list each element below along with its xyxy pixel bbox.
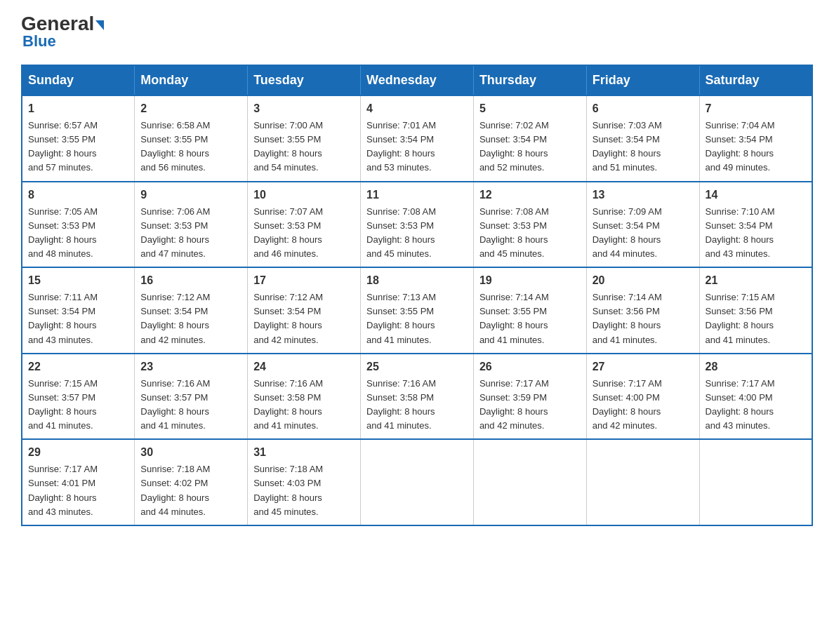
calendar-cell: 27 Sunrise: 7:17 AMSunset: 4:00 PMDaylig… xyxy=(586,354,699,440)
day-number: 12 xyxy=(479,187,581,203)
calendar-cell: 30 Sunrise: 7:18 AMSunset: 4:02 PMDaylig… xyxy=(135,439,248,525)
day-number: 4 xyxy=(366,100,468,117)
day-number: 17 xyxy=(253,272,355,289)
calendar-cell: 5 Sunrise: 7:02 AMSunset: 3:54 PMDayligh… xyxy=(473,95,586,182)
day-number: 16 xyxy=(140,272,241,289)
calendar-cell xyxy=(586,439,699,525)
calendar-cell: 9 Sunrise: 7:06 AMSunset: 3:53 PMDayligh… xyxy=(135,182,248,268)
calendar-cell: 28 Sunrise: 7:17 AMSunset: 4:00 PMDaylig… xyxy=(699,354,812,440)
calendar-cell: 25 Sunrise: 7:16 AMSunset: 3:58 PMDaylig… xyxy=(361,354,474,440)
day-info: Sunrise: 7:02 AMSunset: 3:54 PMDaylight:… xyxy=(479,120,549,173)
day-number: 26 xyxy=(479,358,581,375)
day-info: Sunrise: 7:03 AMSunset: 3:54 PMDaylight:… xyxy=(593,120,662,173)
day-info: Sunrise: 7:17 AMSunset: 4:01 PMDaylight:… xyxy=(28,464,98,516)
col-header-sunday: Sunday xyxy=(22,65,135,95)
calendar-cell: 3 Sunrise: 7:00 AMSunset: 3:55 PMDayligh… xyxy=(248,95,361,182)
calendar-cell: 14 Sunrise: 7:10 AMSunset: 3:54 PMDaylig… xyxy=(699,182,812,268)
calendar-cell: 16 Sunrise: 7:12 AMSunset: 3:54 PMDaylig… xyxy=(135,267,248,354)
day-info: Sunrise: 7:13 AMSunset: 3:55 PMDaylight:… xyxy=(366,292,436,344)
day-number: 1 xyxy=(28,100,128,117)
calendar-cell: 4 Sunrise: 7:01 AMSunset: 3:54 PMDayligh… xyxy=(361,95,474,182)
day-number: 31 xyxy=(253,444,355,461)
day-number: 14 xyxy=(706,187,806,203)
day-number: 11 xyxy=(366,187,468,203)
calendar-cell: 29 Sunrise: 7:17 AMSunset: 4:01 PMDaylig… xyxy=(22,439,135,525)
day-number: 23 xyxy=(140,358,241,375)
calendar-cell xyxy=(361,439,474,525)
day-number: 6 xyxy=(593,100,694,117)
day-info: Sunrise: 7:05 AMSunset: 3:53 PMDaylight:… xyxy=(28,206,98,259)
day-number: 19 xyxy=(479,272,581,289)
day-number: 10 xyxy=(253,187,355,203)
day-number: 15 xyxy=(28,272,128,289)
calendar-cell: 17 Sunrise: 7:12 AMSunset: 3:54 PMDaylig… xyxy=(248,267,361,354)
day-info: Sunrise: 6:57 AMSunset: 3:55 PMDaylight:… xyxy=(28,120,98,173)
calendar-cell: 21 Sunrise: 7:15 AMSunset: 3:56 PMDaylig… xyxy=(699,267,812,354)
day-info: Sunrise: 7:15 AMSunset: 3:57 PMDaylight:… xyxy=(28,378,98,431)
day-info: Sunrise: 6:58 AMSunset: 3:55 PMDaylight:… xyxy=(140,120,210,173)
day-number: 7 xyxy=(706,100,806,117)
calendar-cell: 7 Sunrise: 7:04 AMSunset: 3:54 PMDayligh… xyxy=(699,95,812,182)
day-info: Sunrise: 7:14 AMSunset: 3:55 PMDaylight:… xyxy=(479,292,549,344)
calendar-cell: 8 Sunrise: 7:05 AMSunset: 3:53 PMDayligh… xyxy=(22,182,135,268)
day-info: Sunrise: 7:16 AMSunset: 3:58 PMDaylight:… xyxy=(253,378,323,431)
day-info: Sunrise: 7:10 AMSunset: 3:54 PMDaylight:… xyxy=(706,206,775,259)
calendar-cell: 26 Sunrise: 7:17 AMSunset: 3:59 PMDaylig… xyxy=(473,354,586,440)
calendar-week-row: 8 Sunrise: 7:05 AMSunset: 3:53 PMDayligh… xyxy=(22,182,812,268)
calendar-table: SundayMondayTuesdayWednesdayThursdayFrid… xyxy=(21,65,813,526)
day-info: Sunrise: 7:01 AMSunset: 3:54 PMDaylight:… xyxy=(366,120,436,173)
day-number: 24 xyxy=(253,358,355,375)
day-number: 25 xyxy=(366,358,468,375)
calendar-cell xyxy=(473,439,586,525)
day-number: 29 xyxy=(28,444,128,461)
calendar-cell: 6 Sunrise: 7:03 AMSunset: 3:54 PMDayligh… xyxy=(586,95,699,182)
col-header-saturday: Saturday xyxy=(699,65,812,95)
logo-general-text: General xyxy=(21,14,104,34)
calendar-cell: 13 Sunrise: 7:09 AMSunset: 3:54 PMDaylig… xyxy=(586,182,699,268)
day-number: 27 xyxy=(593,358,694,375)
day-number: 5 xyxy=(479,100,581,117)
calendar-cell: 11 Sunrise: 7:08 AMSunset: 3:53 PMDaylig… xyxy=(361,182,474,268)
day-info: Sunrise: 7:18 AMSunset: 4:03 PMDaylight:… xyxy=(253,464,323,516)
day-info: Sunrise: 7:18 AMSunset: 4:02 PMDaylight:… xyxy=(140,464,210,516)
day-number: 28 xyxy=(706,358,806,375)
day-info: Sunrise: 7:16 AMSunset: 3:58 PMDaylight:… xyxy=(366,378,436,431)
day-number: 22 xyxy=(28,358,128,375)
day-info: Sunrise: 7:08 AMSunset: 3:53 PMDaylight:… xyxy=(479,206,549,259)
day-number: 13 xyxy=(593,187,694,203)
calendar-cell: 2 Sunrise: 6:58 AMSunset: 3:55 PMDayligh… xyxy=(135,95,248,182)
col-header-monday: Monday xyxy=(135,65,248,95)
calendar-cell: 22 Sunrise: 7:15 AMSunset: 3:57 PMDaylig… xyxy=(22,354,135,440)
col-header-friday: Friday xyxy=(586,65,699,95)
page-header: General Blue xyxy=(21,14,813,51)
calendar-cell xyxy=(699,439,812,525)
logo-arrow-icon xyxy=(95,20,104,30)
calendar-cell: 20 Sunrise: 7:14 AMSunset: 3:56 PMDaylig… xyxy=(586,267,699,354)
day-info: Sunrise: 7:17 AMSunset: 3:59 PMDaylight:… xyxy=(479,378,549,431)
day-number: 21 xyxy=(706,272,806,289)
day-info: Sunrise: 7:12 AMSunset: 3:54 PMDaylight:… xyxy=(140,292,210,344)
calendar-cell: 24 Sunrise: 7:16 AMSunset: 3:58 PMDaylig… xyxy=(248,354,361,440)
day-number: 8 xyxy=(28,187,128,203)
col-header-thursday: Thursday xyxy=(473,65,586,95)
calendar-cell: 10 Sunrise: 7:07 AMSunset: 3:53 PMDaylig… xyxy=(248,182,361,268)
calendar-cell: 18 Sunrise: 7:13 AMSunset: 3:55 PMDaylig… xyxy=(361,267,474,354)
day-info: Sunrise: 7:11 AMSunset: 3:54 PMDaylight:… xyxy=(28,292,98,344)
day-number: 20 xyxy=(593,272,694,289)
day-info: Sunrise: 7:07 AMSunset: 3:53 PMDaylight:… xyxy=(253,206,323,259)
day-number: 9 xyxy=(140,187,241,203)
day-info: Sunrise: 7:06 AMSunset: 3:53 PMDaylight:… xyxy=(140,206,210,259)
logo-blue-text: Blue xyxy=(22,32,56,51)
day-number: 30 xyxy=(140,444,241,461)
col-header-wednesday: Wednesday xyxy=(361,65,474,95)
col-header-tuesday: Tuesday xyxy=(248,65,361,95)
calendar-header-row: SundayMondayTuesdayWednesdayThursdayFrid… xyxy=(22,65,812,95)
day-info: Sunrise: 7:17 AMSunset: 4:00 PMDaylight:… xyxy=(706,378,775,431)
calendar-week-row: 15 Sunrise: 7:11 AMSunset: 3:54 PMDaylig… xyxy=(22,267,812,354)
day-info: Sunrise: 7:15 AMSunset: 3:56 PMDaylight:… xyxy=(706,292,775,344)
calendar-cell: 31 Sunrise: 7:18 AMSunset: 4:03 PMDaylig… xyxy=(248,439,361,525)
calendar-cell: 19 Sunrise: 7:14 AMSunset: 3:55 PMDaylig… xyxy=(473,267,586,354)
calendar-week-row: 29 Sunrise: 7:17 AMSunset: 4:01 PMDaylig… xyxy=(22,439,812,525)
logo: General Blue xyxy=(21,14,104,51)
day-number: 3 xyxy=(253,100,355,117)
